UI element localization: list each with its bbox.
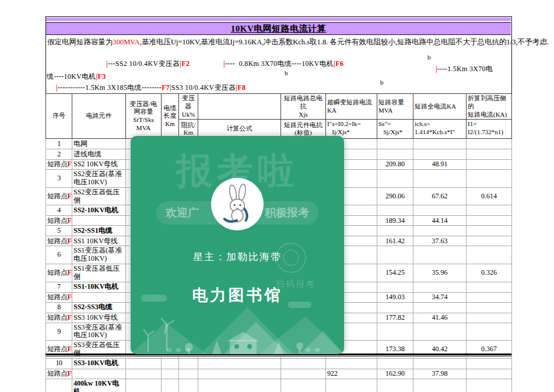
cell-element: SS2-10KV电机 [72, 205, 126, 216]
cell-subtransient-current [326, 358, 377, 369]
cell-element [72, 369, 126, 379]
header-cable-length: 电缆 长度 Km [162, 94, 179, 139]
cell-hidden [162, 379, 179, 392]
cell-full-current [413, 302, 467, 313]
cell-seq: 短路点F8 [46, 341, 72, 359]
mascot-circle [211, 178, 264, 230]
cell-full-current: 35.96 [413, 264, 467, 282]
cell-hv-current [467, 236, 512, 246]
cell-full-current: 37.63 [413, 236, 467, 246]
table-row: 10SS3-10KV电机 [46, 358, 512, 369]
cell-hv-current [467, 160, 512, 170]
cell-hv-current [467, 149, 512, 160]
cell-capacity-mva: 161.42 [377, 236, 413, 246]
cell-full-current [413, 139, 467, 149]
cell-hv-current [467, 170, 512, 188]
cell-hv-current [467, 246, 512, 264]
cell-element: SS2变压器低压侧 [72, 187, 126, 205]
title-bar: 10KV电网短路电流计算 [46, 22, 511, 35]
cell-full-current: 44.14 [413, 216, 467, 226]
banner-right-text: 积极报考 [265, 205, 309, 220]
cell-subtransient-current [326, 379, 377, 392]
cell-element: SS3变压器低压侧 [72, 341, 126, 359]
page-title: 10KV电网短路电流计算 [231, 23, 327, 34]
cell-seq: 短路点F2 [46, 187, 72, 205]
cell-seq: 10 [46, 358, 72, 369]
cell-seq: 9 [46, 323, 72, 341]
cell-hv-current [467, 282, 512, 292]
cell-seq: 4 [46, 205, 72, 216]
cell-capacity-mva [377, 282, 413, 292]
cell-hv-current [467, 379, 512, 392]
diagram-b-label: b [380, 79, 384, 86]
cell-full-current: 34.74 [413, 292, 467, 302]
cell-element: SS1-10KV电机 [72, 282, 126, 292]
cell-capacity-mva: 173.38 [377, 341, 413, 359]
assumption-text: 假定电网短路容量为300MVA,基准电压Uj=10KV,基准电流Ij=9.16K… [47, 37, 508, 47]
cell-full-current [413, 379, 467, 392]
cell-full-current: 41.46 [413, 313, 467, 323]
diagram-segment: |---SS2 10/0.4KV变压器|F2 [106, 59, 190, 69]
cell-hidden [281, 369, 326, 379]
cell-capacity-mva [377, 323, 413, 341]
header-hv-formula: I1= I2/(1.732*n1) [467, 120, 512, 139]
cell-capacity-mva [377, 170, 413, 188]
cell-element: 400kw 10KV电机 [72, 379, 126, 392]
cell-hv-current [467, 369, 512, 379]
diagram-b-label: b [285, 69, 288, 76]
header-capacity: 变压器/电 网容量 SrT/Sks MVA [126, 94, 162, 139]
header-element: 电路元件 [72, 94, 126, 139]
overlay-card: 报考啦 欢迎广 积极报考 扫码报考 星主：加勒比海带 电力图 [131, 136, 344, 354]
header-s-formula: Ss″= Sj/Xjs* [377, 120, 413, 139]
diagram-segment: 缆----10KV电机|F3 [47, 72, 106, 82]
cell-full-current [413, 323, 467, 341]
header-formula-spacer [198, 94, 281, 120]
diagram-segment: |----1.5Km 3X70电 [436, 64, 493, 74]
worksheet: 10KV电网短路电流计算 假定电网短路容量为300MVA,基准电压Uj=10KV… [0, 0, 554, 392]
cell-seq: 6 [46, 246, 72, 264]
cell-full-current: 40.42 [413, 341, 467, 359]
cell-capacity-mva: 162.90 [377, 369, 413, 379]
cell-element: SS2变压器(基准电压10KV) [72, 170, 126, 188]
table-header: 序号 电路元件 变压器/电 网容量 SrT/Sks MVA 电缆 长度 Km 变… [46, 94, 512, 139]
cell-capacity-mva [377, 205, 413, 216]
assumption-highlight: 300MVA [113, 38, 140, 46]
table-row: 400kw 10KV电机 [46, 379, 512, 392]
cell-element: SS1 10KV母线 [72, 236, 126, 246]
cell-full-current [413, 149, 467, 160]
cell-capacity-mva: 290.06 [377, 187, 413, 205]
cell-seq: 2 [46, 149, 72, 160]
cell-seq: 短路点F3 [46, 216, 72, 226]
cell-capacity-mva [377, 358, 413, 369]
header-uk: 变压器 Uk% [179, 94, 198, 120]
header-full-current: 短路全电流KA [413, 94, 467, 120]
cell-hv-current [467, 216, 512, 226]
cell-hidden [198, 358, 281, 369]
cell-hidden [179, 379, 198, 392]
cell-full-current [413, 205, 467, 216]
cell-full-current: 48.91 [413, 160, 467, 170]
cell-hidden [198, 379, 281, 392]
cell-hv-current [467, 205, 512, 216]
cell-capacity-mva [377, 302, 413, 313]
cell-hidden [126, 358, 162, 369]
cell-seq: 1 [46, 139, 72, 149]
cell-element: SS3-10KV电机 [72, 358, 126, 369]
cell-hv-current [467, 323, 512, 341]
header-subtransient-current: 超瞬变短路电流KA [326, 94, 377, 120]
cell-capacity-mva [377, 379, 413, 392]
cell-hidden [179, 369, 198, 379]
cell-full-current: 67.62 [413, 187, 467, 205]
cell-hv-current: 0.326 [467, 264, 512, 282]
cell-seq: 7 [46, 282, 72, 292]
cell-element: SS3 10KV母线 [72, 313, 126, 323]
cell-seq: 短路点F9 [46, 369, 72, 379]
header-hv-side: 折算到高压侧的 短路电流(KA) [467, 94, 512, 120]
cell-capacity-mva: 177.82 [377, 313, 413, 323]
cell-seq: 短路点F4 [46, 236, 72, 246]
banner-left-text: 欢迎广 [166, 205, 199, 220]
owner-text: 星主：加勒比海带 [131, 250, 344, 264]
cell-hidden [179, 358, 198, 369]
cell-capacity-mva [377, 246, 413, 264]
cell-capacity-mva [377, 149, 413, 160]
